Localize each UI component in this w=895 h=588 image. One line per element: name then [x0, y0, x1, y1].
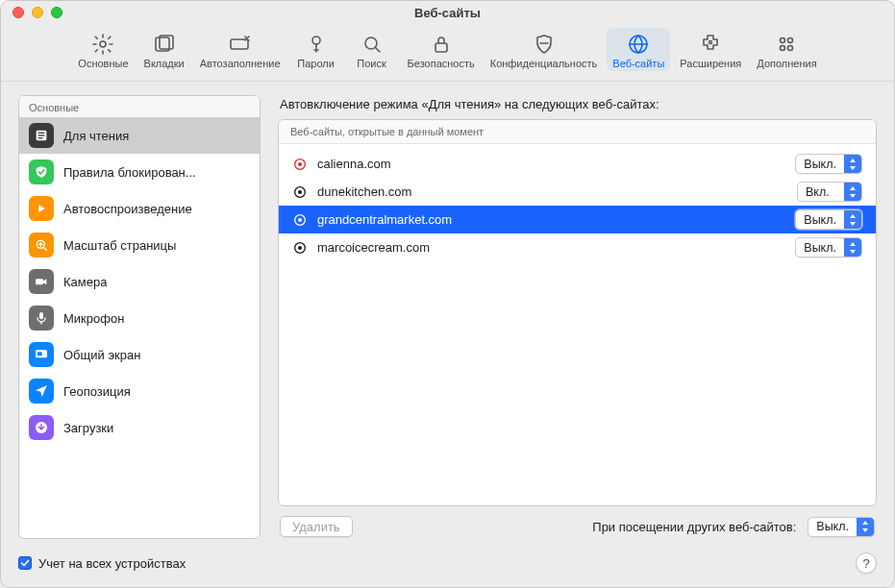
toolbar-item-tabs[interactable]: Вкладки — [138, 28, 190, 71]
default-policy-label: При посещении других веб-сайтов: — [592, 520, 796, 534]
table-row[interactable]: grandcentralmarket.com Выкл. — [279, 206, 876, 233]
screen-icon — [29, 342, 54, 367]
svg-rect-20 — [39, 312, 43, 319]
toolbar-item-search[interactable]: Поиск — [346, 28, 398, 71]
svg-point-10 — [788, 38, 793, 43]
toolbar-label: Автозаполнение — [200, 58, 281, 69]
titlebar: Веб-сайты — [1, 1, 894, 24]
table-rows[interactable]: calienna.com Выкл. dunekitchen.com Вкл. … — [279, 144, 876, 505]
toolbar-label: Безопасность — [408, 58, 475, 69]
toolbar-item-security[interactable]: Безопасность — [402, 28, 481, 71]
sidebar-item-label: Для чтения — [63, 129, 129, 143]
sidebar-list[interactable]: Для чтения Правила блокирован... Автовос… — [19, 117, 260, 538]
row-domain: dunekitchen.com — [317, 184, 787, 199]
sidebar-item-label: Автовоспроизведение — [63, 202, 192, 216]
sidebar-item-reader[interactable]: Для чтения — [19, 117, 260, 154]
row-domain: marcoicecream.com — [317, 240, 785, 255]
sidebar-item-camera[interactable]: Камера — [19, 263, 260, 300]
passwords-icon — [303, 32, 330, 57]
svg-point-4 — [312, 37, 320, 44]
table-row[interactable]: marcoicecream.com Выкл. — [279, 233, 876, 261]
sidebar-item-location[interactable]: Геопозиция — [19, 373, 260, 409]
toolbar-item-autofill[interactable]: Автозаполнение — [194, 28, 286, 71]
row-policy-select[interactable]: Вкл. — [797, 182, 862, 202]
svg-point-0 — [100, 41, 106, 47]
svg-point-31 — [298, 246, 302, 250]
table-row[interactable]: calienna.com Выкл. — [279, 150, 876, 178]
row-domain: calienna.com — [317, 157, 785, 171]
row-policy-value: Вкл. — [798, 185, 844, 199]
bottom-bar: Учет на всех устройствах ? — [1, 547, 894, 587]
toolbar-label: Вкладки — [144, 58, 185, 69]
svg-marker-17 — [38, 205, 45, 212]
sync-label: Учет на всех устройствах — [38, 556, 186, 571]
row-policy-select[interactable]: Выкл. — [795, 237, 862, 257]
toolbar-label: Расширения — [680, 58, 741, 69]
svg-point-9 — [781, 38, 785, 43]
toolbar-label: Дополнения — [757, 58, 816, 69]
table-row[interactable]: dunekitchen.com Вкл. — [279, 178, 876, 206]
camera-icon — [29, 269, 54, 294]
toolbar-item-general[interactable]: Основные — [72, 28, 134, 71]
sync-checkbox[interactable]: Учет на всех устройствах — [18, 556, 186, 571]
delete-button[interactable]: Удалить — [280, 516, 353, 537]
table-actions: Удалить При посещении других веб-сайтов:… — [278, 506, 877, 539]
autoplay-icon — [29, 196, 54, 221]
window-title: Веб-сайты — [1, 6, 894, 20]
toolbar-item-websites[interactable]: Веб-сайты — [607, 28, 670, 71]
main-heading: Автовключение режима «Для чтения» на сле… — [278, 95, 877, 119]
sidebar-item-screen[interactable]: Общий экран — [19, 336, 260, 373]
toolbar-item-extensions[interactable]: Расширения — [674, 28, 747, 71]
checkbox-icon — [18, 556, 32, 570]
chevron-updown-icon — [844, 155, 861, 173]
blockers-icon — [29, 159, 54, 184]
svg-rect-14 — [38, 133, 45, 134]
help-icon: ? — [862, 556, 869, 571]
general-icon — [89, 32, 116, 57]
extensions-icon — [697, 32, 724, 57]
advanced-icon — [773, 32, 800, 57]
toolbar-item-advanced[interactable]: Дополнения — [751, 28, 822, 71]
search-icon — [359, 32, 385, 57]
table-section-open: Веб-сайты, открытые в данный момент — [279, 120, 876, 144]
sidebar-item-microphone[interactable]: Микрофон — [19, 300, 260, 336]
chevron-updown-icon — [857, 518, 874, 536]
row-policy-select[interactable]: Выкл. — [795, 154, 862, 174]
downloads-icon — [29, 415, 54, 440]
default-policy-value: Выкл. — [808, 520, 857, 533]
preferences-toolbar: Основные Вкладки Автозаполнение Пароли П… — [1, 24, 894, 82]
microphone-icon — [29, 306, 54, 331]
help-button[interactable]: ? — [856, 552, 877, 574]
toolbar-item-privacy[interactable]: Конфиденциальность — [485, 28, 604, 71]
chevron-updown-icon — [844, 210, 861, 229]
split-pane: Основные Для чтения Правила блокирован..… — [1, 82, 894, 547]
svg-rect-16 — [38, 137, 43, 138]
svg-point-11 — [781, 46, 785, 51]
toolbar-label: Основные — [78, 58, 128, 69]
sidebar-item-label: Загрузки — [63, 421, 113, 435]
sidebar-item-label: Правила блокирован... — [63, 165, 196, 180]
svg-point-8 — [709, 41, 712, 44]
svg-rect-22 — [37, 352, 42, 355]
autofill-icon — [227, 32, 254, 57]
websites-icon — [625, 32, 652, 57]
default-policy-select[interactable]: Выкл. — [808, 517, 875, 537]
toolbar-item-passwords[interactable]: Пароли — [290, 28, 342, 71]
svg-rect-19 — [36, 279, 43, 284]
sidebar-item-zoom[interactable]: Масштаб страницы — [19, 227, 260, 263]
row-policy-value: Выкл. — [796, 158, 844, 171]
sidebar-item-autoplay[interactable]: Автовоспроизведение — [19, 190, 260, 227]
row-policy-select[interactable]: Выкл. — [795, 209, 862, 230]
location-icon — [29, 379, 54, 404]
chevron-updown-icon — [844, 183, 861, 201]
row-policy-value: Выкл. — [796, 213, 844, 227]
svg-point-27 — [298, 190, 302, 194]
sidebar-item-downloads[interactable]: Загрузки — [19, 409, 260, 446]
preferences-window: Веб-сайты Основные Вкладки Автозаполнени… — [0, 0, 895, 588]
favicon-icon — [292, 157, 308, 172]
privacy-icon — [531, 32, 558, 57]
sidebar-item-blockers[interactable]: Правила блокирован... — [19, 154, 260, 190]
sidebar-item-label: Микрофон — [63, 311, 124, 326]
favicon-icon — [292, 240, 308, 256]
sidebar-section-header: Основные — [19, 96, 260, 117]
